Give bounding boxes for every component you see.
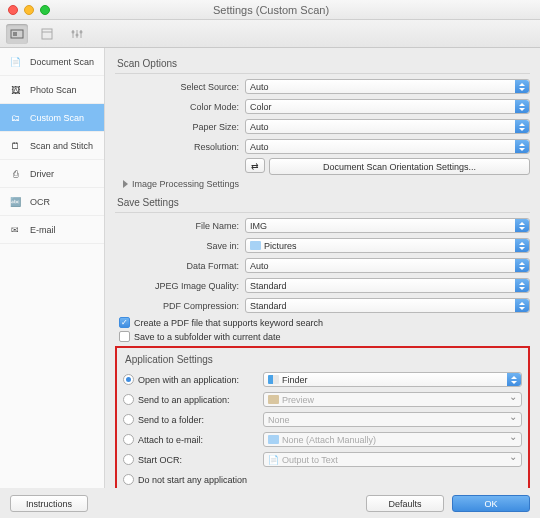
paper-size-label: Paper Size: [115,122,245,132]
finder-icon [268,375,279,384]
folder-icon [250,241,261,250]
titlebar: Settings (Custom Scan) [0,0,540,20]
sidebar-item-custom-scan[interactable]: 🗂Custom Scan [0,104,104,132]
scan-options-head: Scan Options [115,56,530,74]
attach-email-radio[interactable] [123,434,134,445]
color-mode-label: Color Mode: [115,102,245,112]
send-to-app-label: Send to an application: [138,395,230,405]
save-in-dropdown[interactable]: Pictures [245,238,530,253]
data-format-dropdown[interactable]: Auto [245,258,530,273]
ok-button[interactable]: OK [452,495,530,512]
image-processing-disclosure[interactable]: Image Processing Settings [123,179,530,189]
sidebar: 📄Document Scan 🖼Photo Scan 🗂Custom Scan … [0,48,105,488]
resolution-label: Resolution: [115,142,245,152]
svg-point-9 [80,30,83,33]
send-to-folder-radio[interactable] [123,414,134,425]
send-to-folder-dropdown[interactable]: None [263,412,522,427]
application-settings-head: Application Settings [123,352,522,369]
svg-point-8 [76,33,79,36]
paper-size-dropdown[interactable]: Auto [245,119,530,134]
subfolder-label: Save to a subfolder with current date [134,332,281,342]
sidebar-item-scan-stitch[interactable]: 🗒Scan and Stitch [0,132,104,160]
disclosure-triangle-icon [123,180,128,188]
open-with-dropdown[interactable]: Finder [263,372,522,387]
sidebar-item-email[interactable]: ✉E-mail [0,216,104,244]
file-name-field[interactable]: IMG [245,218,530,233]
no-app-radio[interactable] [123,474,134,485]
photo-icon: 🖼 [6,83,24,97]
sidebar-item-driver[interactable]: ⎙Driver [0,160,104,188]
pdf-keyword-label: Create a PDF file that supports keyword … [134,318,323,328]
preview-icon [268,395,279,404]
folder-icon [268,435,279,444]
start-ocr-radio[interactable] [123,454,134,465]
scan-from-panel-tab[interactable] [36,24,58,44]
no-app-label: Do not start any application [138,475,247,485]
email-icon: ✉ [6,223,24,237]
color-mode-dropdown[interactable]: Color [245,99,530,114]
orientation-settings-button[interactable]: Document Scan Orientation Settings... [269,158,530,175]
save-settings-head: Save Settings [115,195,530,213]
start-ocr-label: Start OCR: [138,455,182,465]
toolbar [0,20,540,48]
defaults-button[interactable]: Defaults [366,495,444,512]
general-settings-tab[interactable] [66,24,88,44]
scan-from-computer-tab[interactable] [6,24,28,44]
open-with-radio[interactable] [123,374,134,385]
instructions-button[interactable]: Instructions [10,495,88,512]
svg-rect-1 [13,32,17,36]
footer: Instructions Defaults OK [0,495,540,512]
attach-email-dropdown[interactable]: None (Attach Manually) [263,432,522,447]
subfolder-checkbox[interactable] [119,331,130,342]
sidebar-item-ocr[interactable]: 🔤OCR [0,188,104,216]
pdf-compression-label: PDF Compression: [115,301,245,311]
select-source-label: Select Source: [115,82,245,92]
open-with-label: Open with an application: [138,375,239,385]
text-icon: 📄 [268,455,279,465]
pdf-compression-dropdown[interactable]: Standard [245,298,530,313]
start-ocr-dropdown[interactable]: 📄Output to Text [263,452,522,467]
window-title: Settings (Custom Scan) [10,4,532,16]
data-format-label: Data Format: [115,261,245,271]
attach-email-label: Attach to e-mail: [138,435,203,445]
send-to-app-dropdown[interactable]: Preview [263,392,522,407]
sidebar-item-document-scan[interactable]: 📄Document Scan [0,48,104,76]
resolution-dropdown[interactable]: Auto [245,139,530,154]
send-to-folder-label: Send to a folder: [138,415,204,425]
pdf-keyword-checkbox[interactable]: ✓ [119,317,130,328]
jpeg-quality-label: JPEG Image Quality: [115,281,245,291]
application-settings-highlight: Application Settings Open with an applic… [115,346,530,488]
svg-point-7 [72,30,75,33]
send-to-app-radio[interactable] [123,394,134,405]
save-in-label: Save in: [115,241,245,251]
ocr-icon: 🔤 [6,195,24,209]
document-icon: 📄 [6,55,24,69]
stitch-icon: 🗒 [6,139,24,153]
custom-icon: 🗂 [6,111,24,125]
driver-icon: ⎙ [6,167,24,181]
file-name-label: File Name: [115,221,245,231]
jpeg-quality-dropdown[interactable]: Standard [245,278,530,293]
svg-rect-2 [42,29,52,39]
select-source-dropdown[interactable]: Auto [245,79,530,94]
sidebar-item-photo-scan[interactable]: 🖼Photo Scan [0,76,104,104]
orientation-icon-button[interactable]: ⇄ [245,158,265,173]
content-pane: Scan Options Select Source:Auto Color Mo… [105,48,540,488]
